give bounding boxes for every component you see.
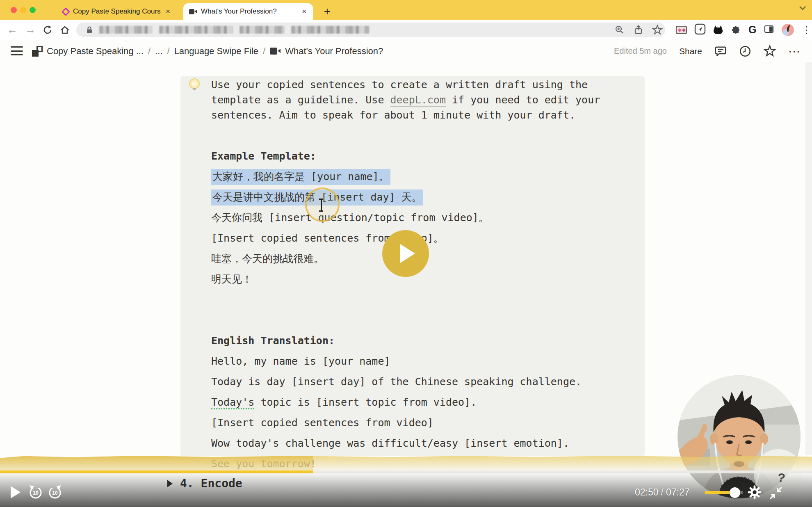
player-controls: 10 10 4. Encode 02:50/07:27 <box>0 473 812 507</box>
paragraph-en-day[interactable]: Today is day [insert day] of the Chinese… <box>211 374 646 389</box>
forward-10-button[interactable]: 10 <box>46 484 64 503</box>
new-tab-button[interactable]: + <box>319 3 335 20</box>
redacted-url-segment <box>99 26 153 34</box>
notion-header: Copy Paste Speaking ... / ... / Language… <box>0 40 812 62</box>
lightbulb-icon <box>187 78 201 95</box>
example-template-heading: Example Template: <box>211 148 646 164</box>
paragraph-zh-bye[interactable]: 明天见！ <box>211 272 646 287</box>
deepl-link[interactable]: deepL.com <box>390 94 446 107</box>
redacted-url-segment <box>159 26 233 34</box>
zoom-page-icon[interactable] <box>614 25 625 37</box>
blank-line <box>211 313 646 333</box>
extensions-row: G ⋮ <box>676 20 811 40</box>
notion-header-actions: Edited 5m ago Share ⋯ <box>614 40 801 62</box>
back-button[interactable]: ← <box>5 20 20 40</box>
bookmark-star-icon[interactable] <box>652 25 663 37</box>
hamburger-menu-icon[interactable] <box>11 46 23 55</box>
volume-knob[interactable] <box>730 487 740 498</box>
svg-text:10: 10 <box>33 490 39 496</box>
comments-icon[interactable] <box>714 45 727 57</box>
close-tab-icon[interactable]: × <box>301 7 307 16</box>
breadcrumb-page-title[interactable]: What's Your Profession? <box>285 46 383 57</box>
send-extension-icon[interactable] <box>694 23 706 37</box>
paragraph-en-wow[interactable]: Wow today's challenge was difficult/easy… <box>211 436 646 451</box>
chapter-title[interactable]: 4. Encode <box>180 477 242 490</box>
reload-button[interactable] <box>40 20 55 40</box>
redacted-url-segment <box>239 26 285 34</box>
breadcrumb: Copy Paste Speaking ... / ... / Language… <box>47 40 383 62</box>
extensions-puzzle-icon[interactable] <box>730 24 741 36</box>
side-panel-icon[interactable] <box>764 24 774 36</box>
tab-whats-your-profession[interactable]: What's Your Profession? × <box>183 3 313 20</box>
total-duration: 07:27 <box>666 487 690 498</box>
chapter-toggle-icon[interactable] <box>167 480 173 487</box>
breadcrumb-parent[interactable]: Language Swipe File <box>174 46 258 57</box>
scrollbar-track[interactable] <box>805 62 812 455</box>
highlighted-text[interactable]: 大家好，我的名字是 [your name]。 <box>211 169 390 185</box>
chapter-progress-band[interactable] <box>0 454 812 472</box>
google-app-icon[interactable]: G <box>748 24 756 36</box>
breadcrumb-root[interactable]: Copy Paste Speaking ... <box>47 46 144 57</box>
history-clock-icon[interactable] <box>739 45 751 57</box>
blank-line <box>211 128 646 148</box>
page-more-icon[interactable]: ⋯ <box>788 44 801 58</box>
window-close-button[interactable] <box>11 7 17 13</box>
current-time: 02:50 <box>635 487 659 498</box>
paragraph-zh-greeting: 大家好，我的名字是 [your name]。 <box>211 169 646 184</box>
browser-menu-icon[interactable]: ⋮ <box>801 24 811 36</box>
browser-tab-bar: Copy Paste Speaking Course × What's Your… <box>0 0 812 20</box>
tab-copy-paste-speaking-course[interactable]: Copy Paste Speaking Course × <box>57 3 177 20</box>
paragraph-insert-zh[interactable]: [Insert copied sentences from video]。 <box>211 231 646 246</box>
tab-title: Copy Paste Speaking Course <box>73 7 161 16</box>
play-triangle-icon <box>400 244 415 263</box>
share-button[interactable]: Share <box>679 46 702 56</box>
breadcrumb-collapsed[interactable]: ... <box>155 46 162 57</box>
exit-fullscreen-icon[interactable] <box>769 486 783 502</box>
progress-band-watched <box>0 454 313 472</box>
tab-title: What's Your Profession? <box>201 7 297 16</box>
browser-toolbar: ← → <box>0 20 812 40</box>
home-button[interactable] <box>57 20 72 40</box>
paragraph-intro: Use your copied sentences to create a wr… <box>211 77 646 123</box>
paragraph-zh-day: 今天是讲中文挑战的第 [insert day] 天。 <box>211 190 646 205</box>
paragraph-en-hello[interactable]: Hello, my name is [your name] <box>211 354 646 369</box>
profile-avatar[interactable] <box>782 24 794 36</box>
forward-button[interactable]: → <box>23 20 38 40</box>
paragraph-zh-question[interactable]: 今天你问我 [insert question/topic from video]… <box>211 210 646 225</box>
paragraph-en-insert[interactable]: [Insert copied sentences from video] <box>211 415 646 430</box>
paragraph-en-topic[interactable]: Today's topic is [insert topic from vide… <box>211 395 646 410</box>
svg-text:10: 10 <box>52 490 58 496</box>
window-minimize-button[interactable] <box>20 7 26 13</box>
flashcard-extension-icon[interactable] <box>676 26 687 34</box>
cat-extension-icon[interactable] <box>713 25 723 34</box>
address-bar[interactable] <box>76 23 665 37</box>
share-icon[interactable] <box>633 25 643 37</box>
english-translation-heading: English Translation: <box>211 333 646 348</box>
rewind-10-button[interactable]: 10 <box>27 484 44 503</box>
redacted-url-segment <box>291 26 369 34</box>
progress-band-remaining <box>313 454 812 472</box>
video-play-overlay-button[interactable] <box>382 230 429 277</box>
lock-icon[interactable] <box>85 26 94 36</box>
chevron-down-icon[interactable] <box>799 5 806 12</box>
chapter-row[interactable]: 4. Encode <box>167 477 242 490</box>
video-player-frame: Copy Paste Speaking Course × What's Your… <box>0 0 812 507</box>
window-zoom-button[interactable] <box>30 7 36 13</box>
close-tab-icon[interactable]: × <box>165 7 171 16</box>
play-button[interactable] <box>11 486 21 498</box>
volume-slider[interactable] <box>705 491 743 494</box>
callout-text: Use your copied sentences to create a wr… <box>211 77 646 477</box>
video-camera-page-icon <box>270 48 281 55</box>
volume-fill <box>705 491 735 494</box>
course-favicon-icon <box>62 7 70 16</box>
blank-line <box>211 292 646 313</box>
time-display: 02:50/07:27 <box>635 487 690 498</box>
settings-gear-icon[interactable] <box>747 485 762 501</box>
text-cursor-icon <box>319 199 323 212</box>
spellcheck-word: Today's <box>211 396 254 409</box>
video-camera-favicon-icon <box>189 9 197 14</box>
pages-icon[interactable] <box>32 46 43 57</box>
edited-timestamp: Edited 5m ago <box>614 46 667 56</box>
favorite-star-icon[interactable] <box>764 45 776 57</box>
